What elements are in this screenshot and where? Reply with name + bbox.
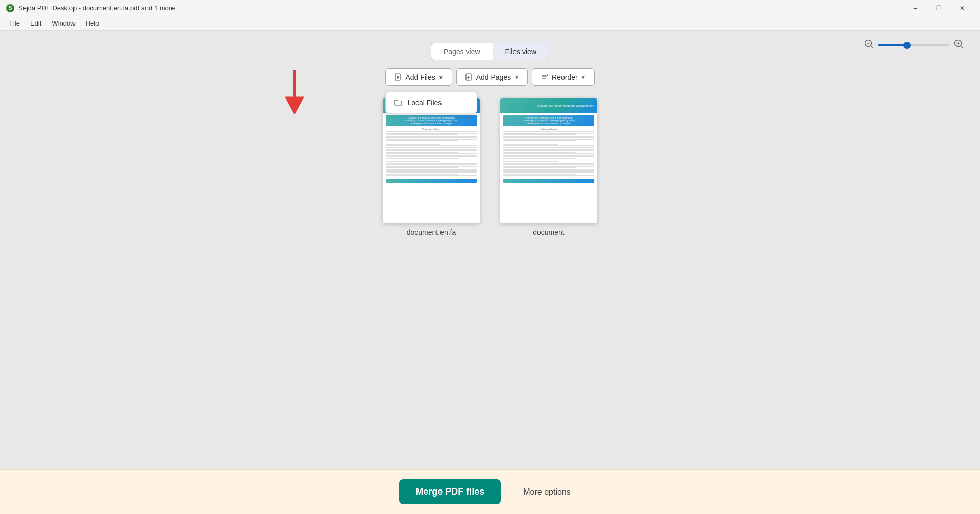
more-options-button[interactable]: More options [513,480,581,504]
title-bar: S Sejda PDF Desktop - document.en.fa.pdf… [0,0,980,16]
add-files-button[interactable]: Add Files ▼ [385,68,452,86]
window-title: Sejda PDF Desktop - document.en.fa.pdf a… [18,4,903,12]
menu-edit[interactable]: Edit [25,17,46,29]
file-name-1: document.en.fa [407,228,456,236]
add-files-caret: ▼ [438,75,444,80]
menu-file[interactable]: File [4,17,25,29]
toolbar: Add Files ▼ Local Files Add Pages ▼ [385,68,594,86]
add-pages-icon [465,73,473,81]
svg-line-6 [961,46,963,48]
add-files-dropdown: Local Files [385,92,477,113]
window-controls: – ❐ ✕ [903,0,974,16]
add-pages-caret: ▼ [514,75,519,80]
zoom-controls [864,39,964,52]
minimize-button[interactable]: – [903,0,927,16]
file-item-2: African Journal of Marketing Management … [500,98,597,236]
svg-rect-9 [395,74,400,80]
view-toggle: Pages view Files view [431,43,549,60]
file-thumbnail-2[interactable]: African Journal of Marketing Management … [500,98,597,223]
app-icon: S [6,4,14,12]
add-files-icon [394,73,402,81]
svg-marker-8 [285,97,304,114]
menu-bar: File Edit Window Help [0,16,980,31]
reorder-icon [541,73,549,81]
zoom-out-icon[interactable] [864,39,874,52]
merge-pdf-button[interactable]: Merge PDF files [399,479,501,504]
menu-help[interactable]: Help [81,17,105,29]
local-files-option[interactable]: Local Files [386,92,477,113]
bottom-bar: Merge PDF files More options [0,469,980,514]
file-name-2: document [533,228,564,236]
file-thumbnail-1[interactable]: 🔒 ⊘ African Journal of Marketing Managem… [383,98,480,223]
zoom-slider[interactable] [878,44,949,46]
files-view-button[interactable]: Files view [493,43,549,60]
main-content: Pages view Files view Add Files ▼ [0,31,980,469]
menu-window[interactable]: Window [46,17,80,29]
arrow-annotation [279,67,310,120]
reorder-button[interactable]: Reorder ▼ [532,68,595,86]
zoom-in-icon[interactable] [953,39,964,52]
pages-view-button[interactable]: Pages view [431,43,493,60]
folder-icon [394,99,402,107]
file-item-1: 🔒 ⊘ African Journal of Marketing Managem… [383,98,480,236]
svg-line-2 [871,46,873,48]
add-pages-button[interactable]: Add Pages ▼ [456,68,528,86]
reorder-caret: ▼ [581,75,586,80]
maximize-button[interactable]: ❐ [927,0,950,16]
files-grid: 🔒 ⊘ African Journal of Marketing Managem… [383,98,597,236]
close-button[interactable]: ✕ [950,0,974,16]
